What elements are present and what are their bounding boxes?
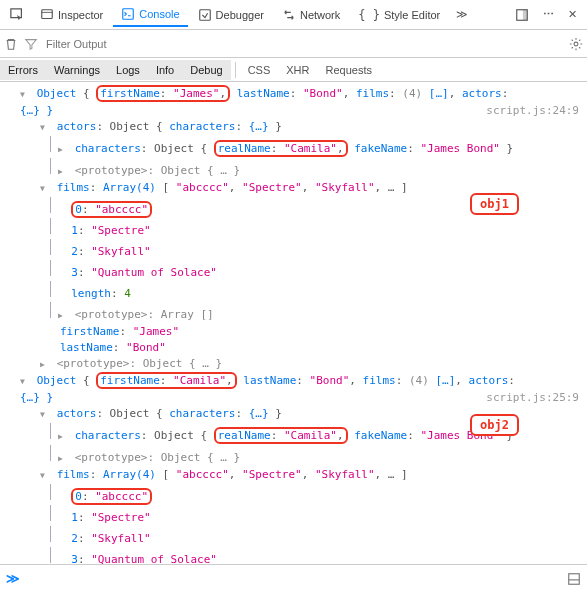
prototype-row[interactable]: <prototype>: Object { … } bbox=[0, 158, 587, 180]
tab-styleeditor-label: Style Editor bbox=[384, 9, 440, 21]
cat-requests[interactable]: Requests bbox=[318, 60, 380, 80]
svg-rect-8 bbox=[569, 573, 580, 584]
array-item-row[interactable]: 2: "Skyfall" bbox=[0, 239, 587, 260]
type-label: Object bbox=[37, 87, 77, 100]
source-link[interactable]: script.js:24:9 bbox=[486, 103, 579, 119]
expand-toggle-icon[interactable] bbox=[40, 180, 50, 197]
highlight-box: firstName: "James", bbox=[96, 85, 230, 102]
expand-toggle-icon[interactable] bbox=[20, 373, 30, 390]
object-property-row: firstName: "James" bbox=[0, 324, 587, 340]
highlight-box: realName: "Camila", bbox=[214, 427, 348, 444]
array-item-row[interactable]: 0: "abcccc" bbox=[0, 484, 587, 505]
dock-side-icon[interactable] bbox=[509, 4, 535, 26]
braces-icon: { } bbox=[358, 8, 380, 22]
tab-network-label: Network bbox=[300, 9, 340, 21]
annotation-obj2: obj2 bbox=[470, 414, 519, 436]
object-property-row[interactable]: actors: Object { characters: {…} } bbox=[0, 119, 587, 136]
array-item-row[interactable]: 2: "Skyfall" bbox=[0, 526, 587, 547]
svg-rect-6 bbox=[523, 9, 527, 20]
svg-point-7 bbox=[574, 42, 578, 46]
console-output: Object { firstName: "James", lastName: "… bbox=[0, 82, 587, 564]
expand-toggle-icon[interactable] bbox=[58, 428, 68, 445]
split-console-icon[interactable] bbox=[567, 572, 581, 586]
svg-rect-3 bbox=[123, 8, 134, 19]
svg-rect-1 bbox=[42, 9, 53, 18]
devtools-toolbar: Inspector Console Debugger Network { }St… bbox=[0, 0, 587, 30]
filter-funnel-icon[interactable] bbox=[24, 37, 38, 51]
expand-toggle-icon[interactable] bbox=[20, 86, 30, 103]
array-item-row[interactable]: 3: "Quantum of Solace" bbox=[0, 260, 587, 281]
tab-network[interactable]: Network bbox=[274, 4, 348, 26]
array-item-row[interactable]: 3: "Quantum of Solace" bbox=[0, 547, 587, 564]
cat-xhr[interactable]: XHR bbox=[278, 60, 317, 80]
prototype-row[interactable]: <prototype>: Object { … } bbox=[0, 445, 587, 467]
pick-element-icon[interactable] bbox=[4, 4, 30, 26]
expand-toggle-icon[interactable] bbox=[58, 163, 68, 180]
array-length-row: length: 4 bbox=[0, 281, 587, 302]
array-item-row[interactable]: 1: "Spectre" bbox=[0, 218, 587, 239]
expand-toggle-icon[interactable] bbox=[58, 141, 68, 158]
cat-logs[interactable]: Logs bbox=[108, 60, 148, 80]
cat-info[interactable]: Info bbox=[148, 60, 182, 80]
expand-toggle-icon[interactable] bbox=[40, 467, 50, 484]
svg-rect-0 bbox=[11, 8, 22, 17]
expand-toggle-icon[interactable] bbox=[40, 406, 50, 423]
object-property-row: lastName: "Bond" bbox=[0, 340, 587, 356]
expand-toggle-icon[interactable] bbox=[58, 307, 68, 324]
object-property-row[interactable]: characters: Object { realName: "Camila",… bbox=[0, 136, 587, 158]
console-input[interactable] bbox=[26, 572, 561, 585]
expand-toggle-icon[interactable] bbox=[58, 450, 68, 467]
console-prompt: ≫ bbox=[0, 564, 587, 592]
svg-rect-4 bbox=[199, 9, 210, 20]
log-entry[interactable]: Object { firstName: "James", lastName: "… bbox=[0, 86, 587, 103]
tab-debugger[interactable]: Debugger bbox=[190, 4, 272, 26]
source-link[interactable]: script.js:25:9 bbox=[486, 390, 579, 406]
settings-gear-icon[interactable] bbox=[569, 37, 583, 51]
close-devtools-icon[interactable]: ✕ bbox=[562, 4, 583, 25]
prototype-row[interactable]: <prototype>: Object { … } bbox=[0, 356, 587, 373]
tab-console[interactable]: Console bbox=[113, 3, 187, 27]
tab-inspector-label: Inspector bbox=[58, 9, 103, 21]
array-item-row[interactable]: 1: "Spectre" bbox=[0, 505, 587, 526]
highlight-box: 0: "abcccc" bbox=[71, 488, 152, 505]
cat-debug[interactable]: Debug bbox=[182, 60, 230, 80]
highlight-box: firstName: "Camila", bbox=[96, 372, 236, 389]
annotation-obj1: obj1 bbox=[470, 193, 519, 215]
console-filter-bar bbox=[0, 30, 587, 58]
tab-styleeditor[interactable]: { }Style Editor bbox=[350, 4, 448, 26]
cat-warnings[interactable]: Warnings bbox=[46, 60, 108, 80]
tab-inspector[interactable]: Inspector bbox=[32, 4, 111, 26]
more-menu-icon[interactable]: ⋯ bbox=[537, 4, 560, 25]
tabs-overflow-icon[interactable]: ≫ bbox=[450, 4, 474, 25]
log-category-bar: Errors Warnings Logs Info Debug CSS XHR … bbox=[0, 58, 587, 82]
log-entry[interactable]: Object { firstName: "Camila", lastName: … bbox=[0, 373, 587, 390]
object-property-row[interactable]: films: Array(4) [ "abcccc", "Spectre", "… bbox=[0, 467, 587, 484]
prototype-row[interactable]: <prototype>: Array [] bbox=[0, 302, 587, 324]
expand-toggle-icon[interactable] bbox=[40, 119, 50, 136]
expand-toggle-icon[interactable] bbox=[40, 356, 50, 373]
clear-console-icon[interactable] bbox=[4, 37, 18, 51]
type-label: Object bbox=[37, 374, 77, 387]
highlight-box: realName: "Camila", bbox=[214, 140, 348, 157]
cat-errors[interactable]: Errors bbox=[0, 60, 46, 80]
cat-css[interactable]: CSS bbox=[240, 60, 279, 80]
filter-output-input[interactable] bbox=[44, 36, 563, 52]
tab-console-label: Console bbox=[139, 8, 179, 20]
highlight-box: 0: "abcccc" bbox=[71, 201, 152, 218]
tab-debugger-label: Debugger bbox=[216, 9, 264, 21]
prompt-chevron-icon: ≫ bbox=[6, 571, 20, 586]
